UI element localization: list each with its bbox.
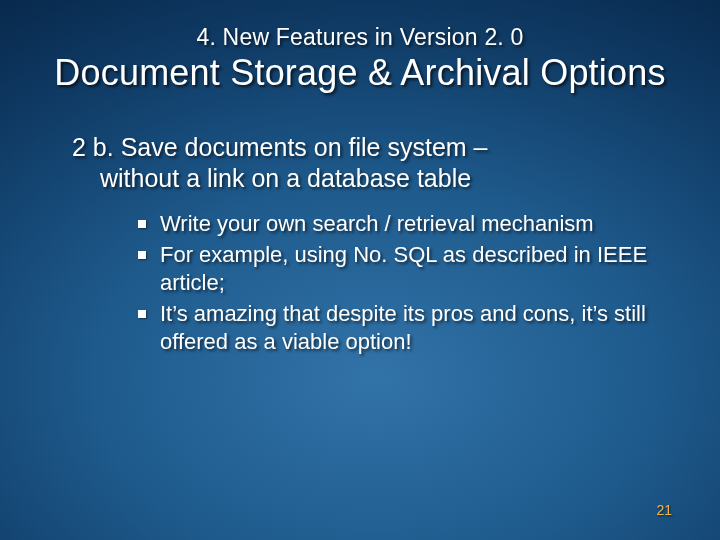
bullet-item: Write your own search / retrieval mechan…: [138, 210, 660, 239]
subhead-line-1: 2 b. Save documents on file system –: [72, 133, 488, 161]
slide: 4. New Features in Version 2. 0 Document…: [0, 0, 720, 540]
bullet-list: Write your own search / retrieval mechan…: [138, 210, 660, 359]
page-number: 21: [656, 502, 672, 518]
slide-title: Document Storage & Archival Options: [0, 52, 720, 94]
bullet-item: It’s amazing that despite its pros and c…: [138, 300, 660, 357]
subheading: 2 b. Save documents on file system – wit…: [72, 132, 680, 195]
section-kicker: 4. New Features in Version 2. 0: [0, 24, 720, 51]
subhead-line-2: without a link on a database table: [72, 163, 680, 194]
bullet-item: For example, using No. SQL as described …: [138, 241, 660, 298]
